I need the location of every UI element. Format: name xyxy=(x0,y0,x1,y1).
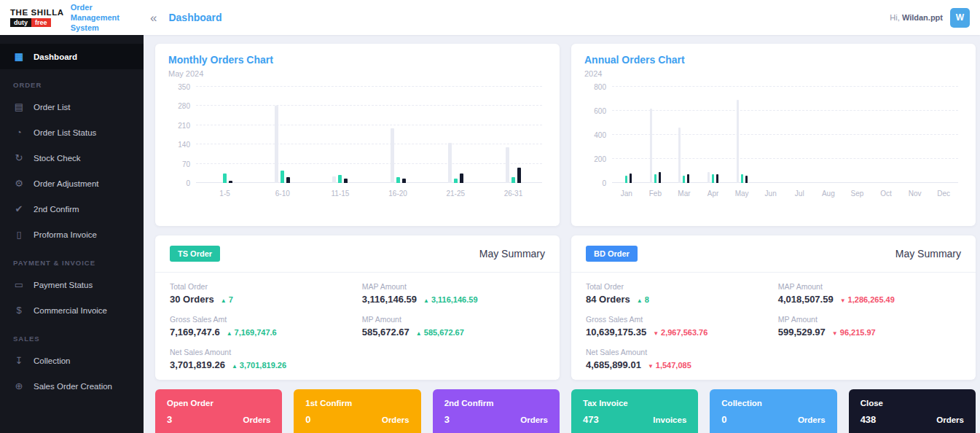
tile-unit: Orders xyxy=(798,416,826,424)
y-axis-label: 140 xyxy=(168,141,190,149)
tile-value: 0 xyxy=(721,414,726,425)
stat-delta: ▼1,547,085 xyxy=(648,361,691,370)
bar-gray xyxy=(391,128,394,183)
tile-1st-confirm[interactable]: 1st Confirm0Orders xyxy=(294,389,420,433)
stat-label: Net Sales Amount xyxy=(586,348,778,356)
annual-orders-chart: 0200400600800JanFebMarAprMayJunJulAugSep… xyxy=(584,87,963,198)
x-axis-label: Mar xyxy=(670,190,699,198)
bar-teal xyxy=(683,176,685,183)
bar-teal xyxy=(625,176,627,183)
x-axis-label: Sep xyxy=(843,190,872,198)
tile-2nd-confirm[interactable]: 2nd Confirm3Orders xyxy=(433,389,560,433)
tile-value: 473 xyxy=(583,414,599,425)
sidebar-item-payment-status[interactable]: ▭Payment Status xyxy=(0,272,144,297)
arrow-up-icon: ▲ xyxy=(232,363,238,370)
delta-value: 8 xyxy=(645,295,649,304)
tile-value: 3 xyxy=(444,414,450,425)
body-row: ▦DashboardORDER▤Order List◔Order List St… xyxy=(0,35,980,433)
y-axis-label: 350 xyxy=(168,83,190,91)
sidebar-item-stock-check[interactable]: ↻Stock Check xyxy=(0,145,144,171)
sidebar-item-label: 2nd Confirm xyxy=(34,205,79,214)
sidebar-item-commercial-invoice[interactable]: $Commercial Invoice xyxy=(0,297,144,323)
sidebar-item-order-adjustment[interactable]: ⚙Order Adjustment xyxy=(0,171,144,196)
bar-group xyxy=(929,87,958,183)
stat-net-sales-amount: Net Sales Amount3,701,819.26▲3,701,819.2… xyxy=(170,348,362,370)
sidebar-item-sales-order-creation[interactable]: ⊕Sales Order Creation xyxy=(0,373,144,399)
tile-value: 3 xyxy=(167,414,172,425)
bar-groups xyxy=(612,87,958,183)
stat-net-sales-amount: Net Sales Amount4,685,899.01▼1,547,085 xyxy=(586,348,778,370)
stat-delta: ▲8 xyxy=(637,295,649,304)
stat-label: Total Order xyxy=(586,282,778,291)
dollar-invoice-icon: $ xyxy=(13,305,25,316)
bar-group xyxy=(254,87,311,183)
duty-badge: duty xyxy=(10,18,31,27)
sidebar-item-2nd-confirm[interactable]: ✔2nd Confirm xyxy=(0,196,144,222)
bar-group xyxy=(641,87,670,183)
x-axis-label: Nov xyxy=(901,190,930,198)
order-adjustment-icon: ⚙ xyxy=(13,178,25,189)
sidebar: ▦DashboardORDER▤Order List◔Order List St… xyxy=(0,35,144,433)
sidebar-item-dashboard[interactable]: ▦Dashboard xyxy=(0,44,144,69)
bar-dark xyxy=(344,179,348,183)
bar-dark xyxy=(402,179,406,183)
stat-map-amount: MAP Amount4,018,507.59▼1,286,265.49 xyxy=(778,282,961,305)
brand-dutyfree: dutyfree xyxy=(10,18,64,27)
main-content: Monthly Orders Chart May 2024 0701402102… xyxy=(144,35,980,433)
delta-value: 585,672.67 xyxy=(424,328,464,337)
chart-plot: 0200400600800 xyxy=(584,87,963,183)
stat-value-row: 599,529.97▼96,215.97 xyxy=(778,327,961,338)
summary-stats: Total Order84 Orders▲8MAP Amount4,018,50… xyxy=(571,272,976,380)
sidebar-section-label: PAYMENT & INVOICE xyxy=(0,247,144,272)
delta-value: 3,701,819.26 xyxy=(240,361,286,370)
double-check-icon: ✔ xyxy=(13,203,25,214)
order-list-icon: ▤ xyxy=(13,101,25,112)
sidebar-item-label: Order List xyxy=(34,103,71,112)
chart-subtitle: May 2024 xyxy=(168,69,546,78)
tile-main-row: 0Orders xyxy=(305,414,409,425)
y-axis-label: 200 xyxy=(584,155,606,163)
arrow-down-icon: ▼ xyxy=(840,297,846,304)
sidebar-item-order-list[interactable]: ▤Order List xyxy=(0,94,144,120)
stat-value: 30 Orders xyxy=(170,294,214,305)
monthly-orders-chart: 0701402102803501-56-1011-1516-2021-2526-… xyxy=(168,87,546,198)
summary-card-ts-order: TS OrderMay SummaryTotal Order30 Orders▲… xyxy=(155,235,560,380)
arrow-up-icon: ▲ xyxy=(637,297,643,304)
x-axis-label: Apr xyxy=(699,190,728,198)
tile-collection[interactable]: Collection0Orders xyxy=(710,389,836,433)
delta-value: 1,286,265.49 xyxy=(848,295,895,304)
brand-title: THE SHILLA xyxy=(10,8,64,17)
tile-title: Tax Invoice xyxy=(583,399,686,407)
sidebar-item-collection[interactable]: ↧Collection xyxy=(0,348,144,373)
collection-icon: ↧ xyxy=(13,355,25,366)
sidebar-item-proforma-invoice[interactable]: ▯Proforma Invoice xyxy=(0,222,144,247)
tile-tax-invoice[interactable]: Tax Invoice473Invoices xyxy=(571,389,698,433)
header-bar: THE SHILLA dutyfree Order Management Sys… xyxy=(0,0,980,35)
tile-open-order[interactable]: Open Order3OrdersTiangle Pt...3 xyxy=(155,389,282,433)
tile-value: 0 xyxy=(305,414,310,425)
sidebar-item-order-list-status[interactable]: ◔Order List Status xyxy=(0,120,144,145)
sidebar-collapse-button[interactable]: « xyxy=(150,12,157,24)
tile-main-row: 0Orders xyxy=(721,414,825,425)
bar-dark xyxy=(745,176,748,183)
arrow-down-icon: ▼ xyxy=(832,330,838,337)
stat-total-order: Total Order30 Orders▲7 xyxy=(170,282,362,305)
stat-value-row: 3,701,819.26▲3,701,819.26 xyxy=(170,359,362,370)
tile-unit: Orders xyxy=(382,416,409,424)
tile-close[interactable]: Close438Orders xyxy=(849,389,976,433)
brand-logo: THE SHILLA dutyfree Order Management Sys… xyxy=(10,2,144,34)
tile-main-row: 473Invoices xyxy=(583,414,686,425)
summary-title: May Summary xyxy=(479,248,545,260)
sidebar-item-label: Proforma Invoice xyxy=(34,230,97,239)
x-axis-label: Feb xyxy=(641,190,670,198)
dashboard-icon: ▦ xyxy=(13,51,25,62)
tile-title: Open Order xyxy=(167,399,270,407)
stat-value-row: 7,169,747.6▲7,169,747.6 xyxy=(170,327,362,338)
delta-value: 7 xyxy=(229,295,233,304)
y-axis-label: 600 xyxy=(584,107,606,115)
bar-dark xyxy=(716,174,718,183)
tile-main-row: 3Orders xyxy=(444,414,548,425)
avatar[interactable]: W xyxy=(950,8,970,28)
bar-teal xyxy=(741,174,743,183)
bar-group xyxy=(785,87,814,183)
